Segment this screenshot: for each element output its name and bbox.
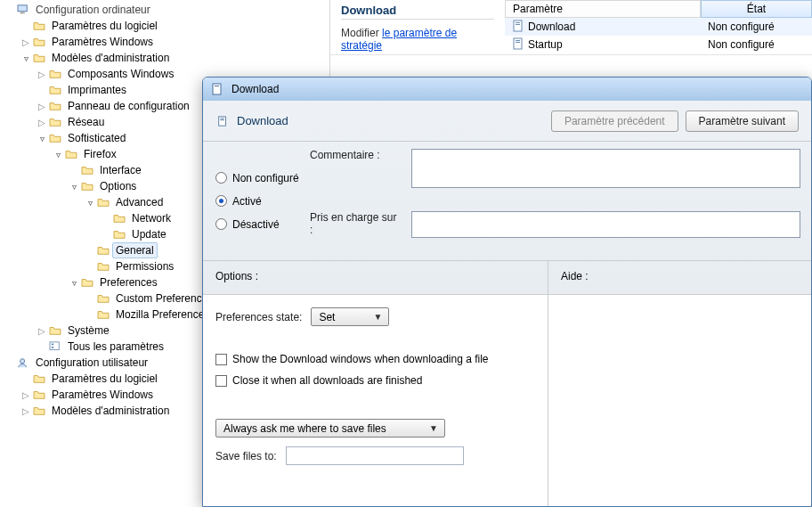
svg-rect-0 bbox=[18, 5, 27, 12]
checkbox-close-when-finished[interactable]: Close it when all downloads are finished bbox=[215, 374, 535, 387]
svg-rect-14 bbox=[219, 116, 226, 125]
tree-node-config-computer[interactable]: Configuration ordinateur bbox=[4, 2, 326, 18]
tree-label: Options bbox=[96, 178, 140, 194]
collapse-toggle-icon[interactable] bbox=[68, 180, 80, 192]
save-files-to-input[interactable] bbox=[286, 446, 464, 465]
expand-toggle-icon[interactable] bbox=[36, 100, 48, 112]
policy-icon bbox=[215, 115, 230, 127]
folder-icon bbox=[48, 116, 62, 128]
tree-node[interactable]: Paramètres Windows bbox=[20, 34, 326, 50]
settings-grid-header: Paramètre État bbox=[505, 0, 812, 18]
folder-icon bbox=[32, 388, 46, 401]
tree-label: Imprimantes bbox=[64, 82, 130, 98]
radio-disabled[interactable]: Désactivé bbox=[215, 218, 306, 231]
folder-icon bbox=[48, 84, 62, 96]
tree-label: Réseau bbox=[64, 114, 108, 130]
svg-rect-6 bbox=[514, 20, 522, 31]
svg-rect-2 bbox=[50, 342, 59, 350]
help-panel bbox=[548, 295, 811, 506]
folder-icon bbox=[96, 292, 110, 305]
tree-label: Network bbox=[128, 210, 175, 226]
collapse-toggle-icon[interactable] bbox=[36, 132, 48, 144]
dialog-heading: Download bbox=[237, 114, 288, 127]
row-name: Startup bbox=[528, 38, 563, 51]
tree-label: Mozilla Preferences bbox=[112, 307, 213, 323]
radio-label: Non configuré bbox=[232, 172, 299, 184]
settings-list-icon bbox=[48, 340, 62, 353]
computer-icon bbox=[16, 4, 30, 16]
collapse-toggle-icon[interactable] bbox=[52, 148, 64, 160]
svg-rect-13 bbox=[215, 86, 219, 86]
tree-label: General bbox=[112, 242, 158, 258]
svg-rect-8 bbox=[516, 24, 520, 25]
expand-toggle-icon[interactable] bbox=[36, 116, 48, 128]
checkbox-show-download-window[interactable]: Show the Download windows when downloadi… bbox=[215, 353, 535, 365]
modifier-label: Modifier bbox=[341, 27, 379, 39]
expand-toggle-icon[interactable] bbox=[20, 36, 32, 48]
next-setting-button[interactable]: Paramètre suivant bbox=[686, 110, 799, 132]
radio-label: Désactivé bbox=[232, 218, 280, 231]
supported-label: Pris en charge sur : bbox=[310, 211, 402, 236]
radio-enabled[interactable]: Activé bbox=[215, 195, 306, 208]
svg-rect-1 bbox=[20, 12, 25, 14]
expand-toggle-icon[interactable] bbox=[36, 324, 48, 337]
svg-rect-12 bbox=[213, 84, 221, 94]
column-header-etat[interactable]: État bbox=[701, 0, 812, 18]
dropdown-value: Set bbox=[319, 311, 335, 323]
collapse-toggle-icon[interactable] bbox=[20, 52, 32, 64]
svg-rect-7 bbox=[516, 22, 520, 23]
tree-label: Système bbox=[64, 323, 113, 339]
svg-rect-4 bbox=[52, 347, 54, 348]
help-header: Aide : bbox=[548, 261, 811, 294]
expand-toggle-icon[interactable] bbox=[20, 405, 32, 417]
previous-setting-button[interactable]: Paramètre précédent bbox=[551, 110, 678, 132]
comment-textarea[interactable] bbox=[411, 149, 800, 188]
chevron-down-icon: ▼ bbox=[370, 312, 385, 322]
tree-label: Paramètres du logiciel bbox=[48, 371, 161, 387]
folder-icon bbox=[64, 148, 78, 160]
tree-label: Advanced bbox=[112, 194, 166, 210]
folder-icon bbox=[48, 324, 62, 337]
row-state: Non configuré bbox=[701, 36, 812, 53]
tree-label: Interface bbox=[96, 162, 145, 178]
expand-toggle-icon[interactable] bbox=[20, 388, 32, 401]
preferences-state-dropdown[interactable]: Set ▼ bbox=[311, 307, 389, 326]
options-header: Options : bbox=[203, 261, 548, 294]
tree-label: Preferences bbox=[96, 274, 161, 290]
collapse-toggle-icon[interactable] bbox=[68, 276, 80, 289]
tree-label: Configuration utilisateur bbox=[32, 355, 151, 371]
settings-row-startup[interactable]: Startup Non configuré bbox=[505, 36, 812, 53]
settings-row-download[interactable]: Download Non configuré bbox=[505, 18, 812, 36]
tree-label: Configuration ordinateur bbox=[32, 2, 154, 18]
folder-icon bbox=[80, 180, 94, 192]
checkbox-label: Close it when all downloads are finished bbox=[232, 374, 422, 387]
folder-icon bbox=[80, 276, 94, 289]
folder-icon bbox=[48, 132, 62, 144]
tree-label: Paramètres Windows bbox=[48, 34, 157, 50]
tree-node[interactable]: Paramètres du logiciel bbox=[20, 18, 326, 34]
folder-icon bbox=[112, 212, 126, 225]
supported-textarea[interactable] bbox=[411, 211, 800, 238]
tree-node[interactable]: Modèles d'administration bbox=[20, 50, 326, 66]
folder-icon bbox=[48, 68, 62, 80]
radio-not-configured[interactable]: Non configuré bbox=[215, 172, 306, 184]
save-location-dropdown[interactable]: Always ask me where to save files ▼ bbox=[215, 419, 445, 437]
expand-toggle-icon[interactable] bbox=[36, 68, 48, 80]
policy-dialog: Download Download Paramètre précédent Pa… bbox=[202, 77, 812, 507]
chevron-down-icon: ▼ bbox=[426, 423, 441, 433]
svg-rect-3 bbox=[52, 344, 54, 346]
radio-icon bbox=[215, 218, 227, 230]
tree-label: Firefox bbox=[80, 146, 120, 162]
collapse-toggle-icon[interactable] bbox=[84, 196, 96, 209]
tree-label: Paramètres Windows bbox=[48, 387, 157, 403]
folder-icon bbox=[32, 372, 46, 385]
policy-icon bbox=[512, 37, 524, 53]
svg-rect-16 bbox=[220, 119, 223, 120]
folder-icon bbox=[48, 100, 62, 112]
column-header-parametre[interactable]: Paramètre bbox=[505, 0, 701, 18]
folder-icon bbox=[96, 260, 110, 273]
tree-label: Modèles d'administration bbox=[48, 50, 173, 66]
radio-icon bbox=[215, 172, 227, 184]
dialog-titlebar[interactable]: Download bbox=[203, 78, 811, 101]
comment-label: Commentaire : bbox=[310, 149, 402, 161]
